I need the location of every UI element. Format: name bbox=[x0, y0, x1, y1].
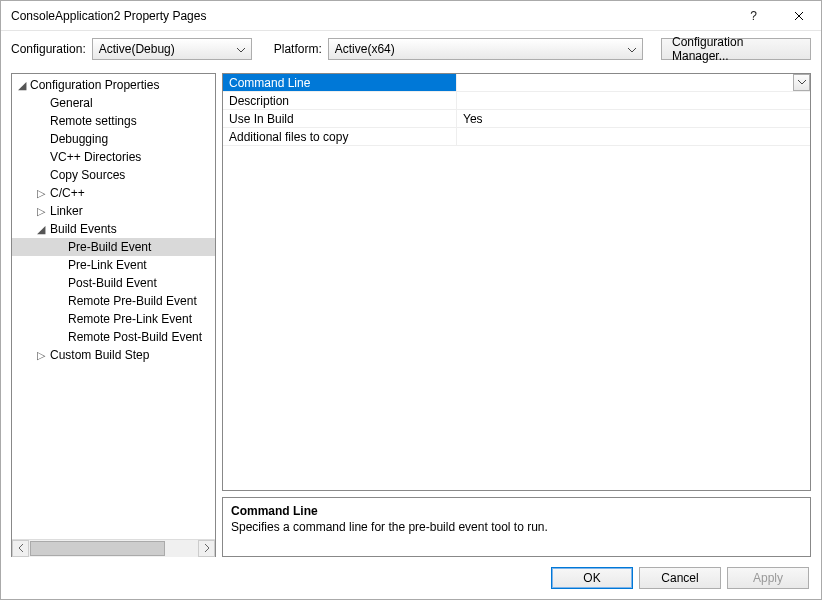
tree-item[interactable]: Remote Pre-Build Event bbox=[12, 292, 215, 310]
tree-item-label: Linker bbox=[48, 204, 85, 218]
platform-value: Active(x64) bbox=[335, 42, 395, 56]
configuration-value: Active(Debug) bbox=[99, 42, 175, 56]
configuration-label: Configuration: bbox=[11, 42, 86, 56]
tree-item-label: Pre-Build Event bbox=[66, 240, 153, 254]
property-row[interactable]: Additional files to copy bbox=[223, 128, 810, 146]
tree-panel: ◢Configuration PropertiesGeneralRemote s… bbox=[11, 73, 216, 557]
tree-item[interactable]: ▷Custom Build Step bbox=[12, 346, 215, 364]
tree-item[interactable]: Debugging bbox=[12, 130, 215, 148]
help-icon: ? bbox=[750, 9, 757, 23]
property-value[interactable] bbox=[457, 92, 810, 110]
tree-item[interactable]: ▷C/C++ bbox=[12, 184, 215, 202]
expand-icon[interactable]: ▷ bbox=[34, 349, 48, 362]
configuration-combo[interactable]: Active(Debug) bbox=[92, 38, 252, 60]
chevron-down-icon bbox=[237, 42, 245, 56]
scroll-right-button[interactable] bbox=[198, 540, 215, 557]
property-value[interactable] bbox=[457, 128, 810, 146]
tree-item[interactable]: Remote Pre-Link Event bbox=[12, 310, 215, 328]
chevron-left-icon bbox=[18, 544, 24, 552]
property-name: Additional files to copy bbox=[223, 128, 457, 146]
property-name: Description bbox=[223, 92, 457, 110]
property-value[interactable]: Yes bbox=[457, 110, 810, 128]
tree-item[interactable]: Remote Post-Build Event bbox=[12, 328, 215, 346]
property-row[interactable]: Command Line bbox=[223, 74, 810, 92]
tree-item[interactable]: VC++ Directories bbox=[12, 148, 215, 166]
tree-item-label: Remote settings bbox=[48, 114, 139, 128]
tree-item-label: C/C++ bbox=[48, 186, 87, 200]
apply-button[interactable]: Apply bbox=[727, 567, 809, 589]
close-icon bbox=[794, 11, 804, 21]
description-title: Command Line bbox=[231, 504, 802, 518]
property-panel: Command LineDescriptionUse In BuildYesAd… bbox=[222, 73, 811, 557]
tree-root[interactable]: ◢Configuration Properties bbox=[12, 76, 215, 94]
chevron-down-icon bbox=[798, 80, 806, 85]
cancel-button[interactable]: Cancel bbox=[639, 567, 721, 589]
dialog-body: ◢Configuration PropertiesGeneralRemote s… bbox=[1, 67, 821, 557]
expand-icon[interactable]: ◢ bbox=[34, 223, 48, 236]
scrollbar-thumb[interactable] bbox=[30, 541, 165, 556]
tree-item-label: Remote Pre-Link Event bbox=[66, 312, 194, 326]
property-grid[interactable]: Command LineDescriptionUse In BuildYesAd… bbox=[222, 73, 811, 491]
tree-item-label: Pre-Link Event bbox=[66, 258, 149, 272]
tree-item-label: Build Events bbox=[48, 222, 119, 236]
tree-item[interactable]: ◢Build Events bbox=[12, 220, 215, 238]
ok-button[interactable]: OK bbox=[551, 567, 633, 589]
tree-item-label: Remote Pre-Build Event bbox=[66, 294, 199, 308]
platform-label: Platform: bbox=[274, 42, 322, 56]
property-row[interactable]: Use In BuildYes bbox=[223, 110, 810, 128]
tree-item[interactable]: Post-Build Event bbox=[12, 274, 215, 292]
configuration-manager-button[interactable]: Configuration Manager... bbox=[661, 38, 811, 60]
window-title: ConsoleApplication2 Property Pages bbox=[11, 9, 731, 23]
scrollbar-track[interactable] bbox=[29, 540, 198, 557]
tree-item-label: Post-Build Event bbox=[66, 276, 159, 290]
help-button[interactable]: ? bbox=[731, 1, 776, 31]
property-dropdown-button[interactable] bbox=[793, 74, 810, 91]
tree-item-label: Custom Build Step bbox=[48, 348, 151, 362]
collapse-icon: ◢ bbox=[16, 79, 28, 92]
property-value[interactable] bbox=[457, 74, 810, 92]
expand-icon[interactable]: ▷ bbox=[34, 187, 48, 200]
tree-item-label: General bbox=[48, 96, 95, 110]
description-text: Specifies a command line for the pre-bui… bbox=[231, 520, 802, 534]
tree-item-label: Debugging bbox=[48, 132, 110, 146]
expand-icon[interactable]: ▷ bbox=[34, 205, 48, 218]
chevron-right-icon bbox=[204, 544, 210, 552]
tree-item[interactable]: Copy Sources bbox=[12, 166, 215, 184]
platform-combo[interactable]: Active(x64) bbox=[328, 38, 643, 60]
dialog-footer: OK Cancel Apply bbox=[1, 557, 821, 599]
scroll-left-button[interactable] bbox=[12, 540, 29, 557]
close-button[interactable] bbox=[776, 1, 821, 31]
tree-item-label: Remote Post-Build Event bbox=[66, 330, 204, 344]
chevron-down-icon bbox=[628, 42, 636, 56]
horizontal-scrollbar[interactable] bbox=[12, 539, 215, 556]
tree-item-label: VC++ Directories bbox=[48, 150, 143, 164]
tree-item[interactable]: Pre-Build Event bbox=[12, 238, 215, 256]
property-name: Use In Build bbox=[223, 110, 457, 128]
property-pages-dialog: ConsoleApplication2 Property Pages ? Con… bbox=[0, 0, 822, 600]
tree-item-label: Copy Sources bbox=[48, 168, 127, 182]
property-name: Command Line bbox=[223, 74, 457, 92]
property-row[interactable]: Description bbox=[223, 92, 810, 110]
configuration-row: Configuration: Active(Debug) Platform: A… bbox=[1, 31, 821, 67]
titlebar: ConsoleApplication2 Property Pages ? bbox=[1, 1, 821, 31]
configuration-tree[interactable]: ◢Configuration PropertiesGeneralRemote s… bbox=[12, 74, 215, 539]
tree-item[interactable]: General bbox=[12, 94, 215, 112]
tree-item[interactable]: Pre-Link Event bbox=[12, 256, 215, 274]
tree-item[interactable]: Remote settings bbox=[12, 112, 215, 130]
description-box: Command Line Specifies a command line fo… bbox=[222, 497, 811, 557]
tree-item[interactable]: ▷Linker bbox=[12, 202, 215, 220]
